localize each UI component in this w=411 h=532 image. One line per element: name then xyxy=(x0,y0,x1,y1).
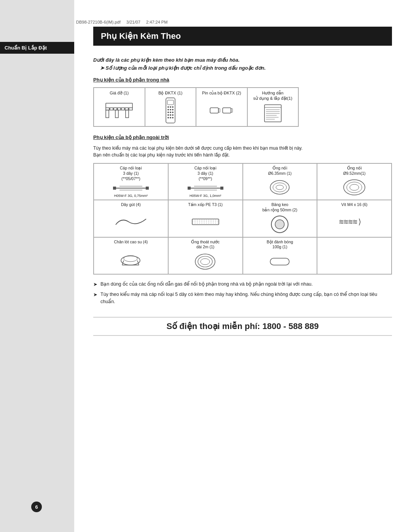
svg-rect-30 xyxy=(210,108,218,113)
indoor-section-title: Phụ kiện của bộ phận trong nhà xyxy=(93,77,392,83)
svg-rect-14 xyxy=(167,100,174,105)
acc-cell-manual: Hướng dẫn sử dụng & lắp đặt(1) xyxy=(247,88,299,126)
acc-cell-batteries: Pin của bộ ĐKTX (2) xyxy=(196,88,247,126)
note-item-1: ➤ Bạn dùng ốc của các ống nối dẫn gas để… xyxy=(93,281,392,288)
outdoor-cell-polish: Bột đánh bóng100g (1) xyxy=(243,237,317,274)
svg-rect-32 xyxy=(223,108,231,113)
page-number: 6 xyxy=(31,502,42,512)
outdoor-cell-tape: Băng keobản rộng 50mm (2) xyxy=(243,200,317,237)
indoor-accessories-grid: Giá đỡ (1) xyxy=(93,87,299,127)
outdoor-cell-pipe2: Ống nốiØ9.52mm(1) xyxy=(317,163,392,200)
outdoor-cell-rubber: Chân lót cao su (4) xyxy=(94,237,168,274)
svg-rect-1 xyxy=(106,110,109,118)
svg-rect-43 xyxy=(113,187,116,190)
intro-bullet: ➤ Số lượng của mỗi loại phụ kiện được ch… xyxy=(100,65,392,71)
outdoor-cell-cable1: Cáp nối loại3 dây (1)(**05/07**) H05W-F … xyxy=(94,163,168,200)
outdoor-label-polish: Bột đánh bóng100g (1) xyxy=(267,240,293,250)
svg-point-65 xyxy=(121,256,140,265)
outdoor-cell-empty xyxy=(317,237,392,274)
note-arrow-1: ➤ xyxy=(93,281,97,288)
svg-rect-73 xyxy=(270,258,289,265)
outdoor-image-drain xyxy=(171,251,240,272)
svg-point-21 xyxy=(167,112,169,113)
outdoor-image-foam xyxy=(171,209,240,235)
acc-image-manual xyxy=(251,103,295,124)
outdoor-image-polish xyxy=(245,251,315,272)
note-text-1: Bạn dùng ốc của các ống nối dẫn gas để n… xyxy=(100,281,313,288)
note-item-2: ➤ Tùy theo kiểu máy mà cáp nối loại 5 dâ… xyxy=(93,291,392,305)
svg-point-16 xyxy=(170,106,171,108)
acc-label-shelf: Giá đỡ (1) xyxy=(110,90,129,96)
outdoor-desc: Tùy theo kiểu máy mà các loại phụ kiện b… xyxy=(93,145,392,158)
svg-point-12 xyxy=(128,108,129,110)
svg-point-54 xyxy=(276,185,284,190)
outdoor-cell-wire: Dây gút (4) xyxy=(94,200,168,237)
outdoor-image-wire xyxy=(96,209,166,235)
intro-text: Dưới đây là các phụ kiện kèm theo khi bạ… xyxy=(93,57,392,63)
svg-point-28 xyxy=(170,117,171,118)
outdoor-image-pipe2 xyxy=(320,177,389,198)
acc-label-remote: Bộ ĐKTX (1) xyxy=(158,90,182,96)
acc-image-shelf xyxy=(97,97,142,124)
svg-point-29 xyxy=(172,117,174,118)
note-arrow-2: ➤ xyxy=(93,291,97,299)
svg-point-71 xyxy=(198,256,212,267)
outdoor-label-pipe2: Ống nốiØ9.52mm(1) xyxy=(343,166,366,176)
svg-rect-58 xyxy=(192,219,219,225)
svg-point-8 xyxy=(113,108,114,110)
note-text-2: Tùy theo kiểu máy mà cáp nối loại 5 dây … xyxy=(100,291,392,305)
svg-point-17 xyxy=(172,106,174,108)
acc-cell-shelf: Giá đỡ (1) xyxy=(94,88,145,126)
svg-point-15 xyxy=(167,106,169,108)
acc-label-manual: Hướng dẫn sử dụng & lắp đặt(1) xyxy=(253,90,292,101)
svg-rect-2 xyxy=(115,110,118,118)
svg-point-10 xyxy=(120,108,122,110)
svg-point-72 xyxy=(201,259,210,265)
svg-point-9 xyxy=(116,108,118,110)
outdoor-label-cable2: Cáp nối loại3 dây (1)(**09**) xyxy=(194,166,217,181)
outdoor-label-foam: Tấm xốp PE T3 (1) xyxy=(188,202,223,208)
outdoor-cell-foam: Tấm xốp PE T3 (1) xyxy=(168,200,243,237)
svg-point-7 xyxy=(109,108,110,110)
svg-point-66 xyxy=(124,256,137,262)
svg-point-27 xyxy=(167,117,169,118)
svg-point-57 xyxy=(350,184,359,190)
outdoor-label-drain: Ống thoát nướcdài 2m (1) xyxy=(191,240,220,250)
outdoor-section-title: Phụ kiện của bộ phận ngoài trời xyxy=(93,134,392,140)
outdoor-sub-cable2: H05W-F 3G, 1,0mm² xyxy=(190,194,221,198)
svg-point-19 xyxy=(170,109,171,110)
acc-image-remote xyxy=(148,97,193,124)
svg-text:≋≋≋≋⟩: ≋≋≋≋⟩ xyxy=(339,217,362,226)
outdoor-label-cable1: Cáp nối loại3 dây (1)(**05/07**) xyxy=(120,166,142,181)
outdoor-image-cable2 xyxy=(171,182,240,194)
svg-point-56 xyxy=(347,182,362,193)
svg-point-53 xyxy=(273,183,287,192)
outdoor-sub-cable1: H05W-F 3G, 0,75mm² xyxy=(114,194,148,198)
svg-point-22 xyxy=(170,112,171,113)
outdoor-cell-screws: Vít M4 x 16 (6) ≋≋≋≋⟩ xyxy=(317,200,392,237)
outdoor-label-screws: Vít M4 x 16 (6) xyxy=(341,202,368,208)
outdoor-cell-cable2: Cáp nối loại3 dây (1)(**09**) H05W-F 3G,… xyxy=(168,163,243,200)
svg-rect-48 xyxy=(188,187,191,190)
svg-point-18 xyxy=(167,109,169,110)
svg-point-24 xyxy=(167,114,169,116)
acc-image-batteries xyxy=(199,97,244,124)
notes-section: ➤ Bạn dùng ốc của các ống nối dẫn gas để… xyxy=(93,281,392,305)
outdoor-label-tape: Băng keobản rộng 50mm (2) xyxy=(263,202,298,212)
svg-point-11 xyxy=(124,108,126,110)
outdoor-accessories-grid: Cáp nối loại3 dây (1)(**05/07**) H05W-F … xyxy=(93,163,392,274)
svg-rect-49 xyxy=(220,187,223,190)
outdoor-cell-drain: Ống thoát nướcdài 2m (1) xyxy=(168,237,243,274)
page-title: Phụ Kiện Kèm Theo xyxy=(93,27,392,46)
svg-point-26 xyxy=(172,114,174,116)
outdoor-label-rubber: Chân lót cao su (4) xyxy=(114,240,148,245)
phone-section: Số điện thoại miễn phí: 1800 - 588 889 xyxy=(93,317,392,336)
acc-cell-remote: Bộ ĐKTX (1) xyxy=(145,88,196,126)
svg-point-23 xyxy=(172,112,174,113)
main-content: Phụ Kiện Kèm Theo Dưới đây là các phụ ki… xyxy=(74,0,411,359)
outdoor-image-cable1 xyxy=(96,182,166,194)
outdoor-image-tape xyxy=(245,214,315,235)
svg-rect-3 xyxy=(126,110,129,118)
outdoor-cell-pipe1: Ống nốiØ6.35mm (1) xyxy=(243,163,317,200)
svg-point-63 xyxy=(275,220,284,229)
